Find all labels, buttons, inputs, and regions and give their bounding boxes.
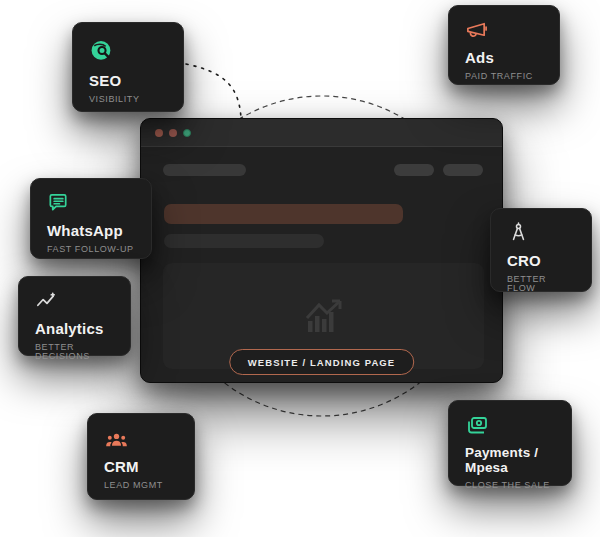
website-landing-page-badge: WEBSITE / LANDING PAGE <box>229 349 415 375</box>
chart-placeholder-icon <box>302 298 346 334</box>
users-icon <box>104 429 129 450</box>
skeleton-subheadline <box>164 234 324 248</box>
card-title: Ads <box>465 50 543 67</box>
browser-window: WEBSITE / LANDING PAGE <box>140 118 503 383</box>
card-payments: Payments / Mpesa CLOSE THE SALE <box>448 400 572 486</box>
card-title: WhatsApp <box>47 223 135 240</box>
skeleton-hero-headline <box>164 204 403 224</box>
card-subtitle: FAST FOLLOW-UP <box>47 245 135 255</box>
seo-connector-arc <box>186 64 241 118</box>
skeleton-nav-button-1 <box>394 164 434 176</box>
chat-icon <box>47 191 70 214</box>
megaphone-icon <box>465 18 488 41</box>
banknote-icon <box>465 415 489 437</box>
traffic-light-red2-icon <box>169 129 177 137</box>
traffic-light-green-icon <box>183 129 191 137</box>
card-cro: CRO BETTER FLOW <box>490 208 592 292</box>
compass-icon <box>507 221 530 244</box>
skeleton-nav-button-2 <box>443 164 483 176</box>
card-title: CRM <box>104 459 178 476</box>
card-subtitle: VISIBILITY <box>89 95 167 105</box>
search-icon <box>89 39 114 64</box>
card-whatsapp: WhatsApp FAST FOLLOW-UP <box>30 178 152 259</box>
card-analytics: Analytics BETTER DECISIONS <box>18 276 131 356</box>
card-seo: SEO VISIBILITY <box>72 22 184 112</box>
card-subtitle: LEAD MGMT <box>104 481 178 491</box>
card-crm: CRM LEAD MGMT <box>87 413 195 500</box>
card-subtitle: BETTER DECISIONS <box>35 343 114 363</box>
card-title: Analytics <box>35 321 114 338</box>
marketing-stack-diagram: WEBSITE / LANDING PAGE SEO VISIBILITY Ad… <box>0 0 600 537</box>
trend-icon <box>35 289 58 312</box>
card-title: SEO <box>89 73 167 90</box>
card-title: Payments / Mpesa <box>465 446 555 476</box>
card-title: CRO <box>507 253 575 270</box>
browser-titlebar <box>141 119 502 147</box>
card-ads: Ads PAID TRAFFIC <box>448 5 560 85</box>
traffic-light-red-icon <box>155 129 163 137</box>
card-subtitle: PAID TRAFFIC <box>465 72 543 82</box>
card-subtitle: CLOSE THE SALE <box>465 481 555 491</box>
skeleton-nav-bar <box>163 164 246 176</box>
card-subtitle: BETTER FLOW <box>507 275 575 295</box>
